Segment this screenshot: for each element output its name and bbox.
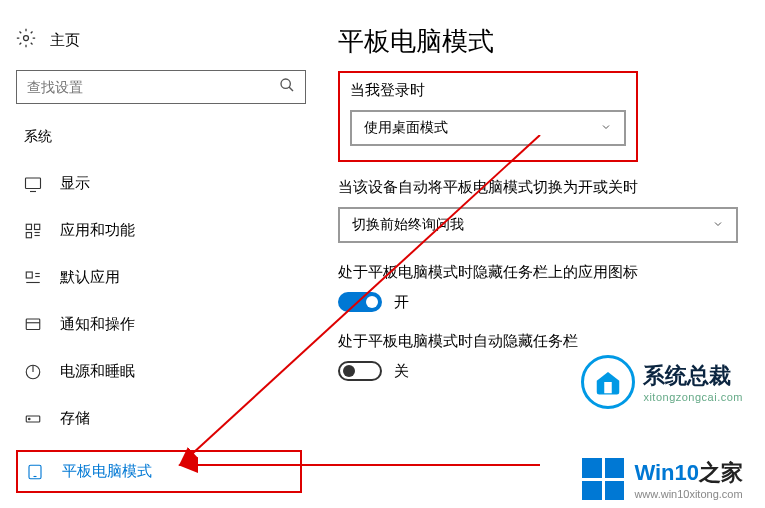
tablet-icon <box>26 463 44 481</box>
login-mode-label: 当我登录时 <box>350 81 626 100</box>
nav-label: 默认应用 <box>60 268 120 287</box>
watermark-win10: Win10之家 www.win10xitong.com <box>582 458 743 500</box>
nav-label: 平板电脑模式 <box>62 462 152 481</box>
storage-icon <box>24 410 42 428</box>
watermark-logo-icon <box>581 355 635 409</box>
sidebar-item-display[interactable]: 显示 <box>8 160 310 207</box>
nav-label: 应用和功能 <box>60 221 135 240</box>
hide-taskbar-toggle[interactable] <box>338 361 382 381</box>
dropdown-value: 切换前始终询问我 <box>352 216 464 234</box>
sidebar-item-default-apps[interactable]: 默认应用 <box>8 254 310 301</box>
sidebar-item-notifications[interactable]: 通知和操作 <box>8 301 310 348</box>
auto-switch-dropdown[interactable]: 切换前始终询问我 <box>338 207 738 243</box>
svg-rect-14 <box>26 319 40 330</box>
search-box[interactable] <box>16 70 306 104</box>
sidebar-item-apps[interactable]: 应用和功能 <box>8 207 310 254</box>
home-link[interactable]: 主页 <box>8 24 310 56</box>
svg-rect-6 <box>35 224 40 229</box>
watermark-xitongzongcai: 系统总裁 xitongzongcai.com <box>581 355 743 409</box>
svg-rect-5 <box>26 224 31 229</box>
power-icon <box>24 363 42 381</box>
login-mode-dropdown[interactable]: 使用桌面模式 <box>350 110 626 146</box>
auto-switch-label: 当该设备自动将平板电脑模式切换为开或关时 <box>338 178 745 197</box>
search-icon <box>279 77 295 97</box>
login-mode-group: 当我登录时 使用桌面模式 <box>338 71 638 162</box>
search-input[interactable] <box>27 79 279 95</box>
svg-point-0 <box>24 36 29 41</box>
watermark-title: 系统总裁 <box>643 361 743 391</box>
hide-icons-label: 处于平板电脑模式时隐藏任务栏上的应用图标 <box>338 263 745 282</box>
svg-point-19 <box>29 418 31 420</box>
auto-switch-group: 当该设备自动将平板电脑模式切换为开或关时 切换前始终询问我 <box>338 178 745 243</box>
display-icon <box>24 175 42 193</box>
hide-icons-toggle[interactable] <box>338 292 382 312</box>
dropdown-value: 使用桌面模式 <box>364 119 448 137</box>
hide-icons-group: 处于平板电脑模式时隐藏任务栏上的应用图标 开 <box>338 263 745 312</box>
chevron-down-icon <box>600 120 612 136</box>
sidebar-item-power[interactable]: 电源和睡眠 <box>8 348 310 395</box>
sidebar-item-storage[interactable]: 存储 <box>8 395 310 442</box>
notifications-icon <box>24 316 42 334</box>
svg-line-2 <box>289 87 293 91</box>
nav-label: 通知和操作 <box>60 315 135 334</box>
svg-point-1 <box>281 79 290 88</box>
default-apps-icon <box>24 269 42 287</box>
page-title: 平板电脑模式 <box>338 24 745 59</box>
watermark-url: xitongzongcai.com <box>643 391 743 403</box>
gear-icon <box>16 28 36 52</box>
svg-rect-7 <box>26 232 31 237</box>
apps-icon <box>24 222 42 240</box>
nav-label: 显示 <box>60 174 90 193</box>
svg-rect-10 <box>26 272 32 278</box>
home-label: 主页 <box>50 31 80 50</box>
hide-taskbar-label: 处于平板电脑模式时自动隐藏任务栏 <box>338 332 745 351</box>
chevron-down-icon <box>712 217 724 233</box>
windows-logo-icon <box>582 458 624 500</box>
toggle-state: 关 <box>394 362 409 381</box>
nav-label: 存储 <box>60 409 90 428</box>
watermark-title: Win10之家 <box>634 458 743 488</box>
watermark-url: www.win10xitong.com <box>634 488 743 500</box>
svg-rect-3 <box>26 178 41 189</box>
toggle-state: 开 <box>394 293 409 312</box>
nav-label: 电源和睡眠 <box>60 362 135 381</box>
section-header: 系统 <box>8 128 310 160</box>
sidebar-item-tablet-mode[interactable]: 平板电脑模式 <box>16 450 302 493</box>
